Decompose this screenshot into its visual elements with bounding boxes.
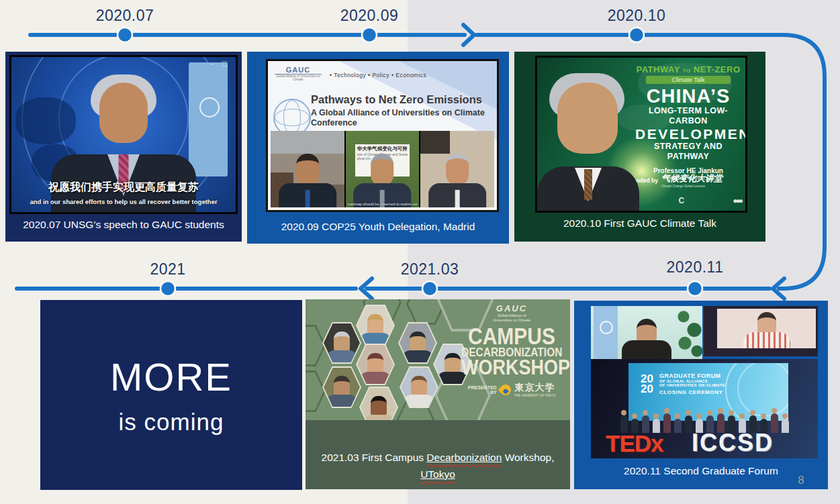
campus-poster: GAUC Global Alliance of Universities on … xyxy=(306,299,570,420)
speaker-thumbnail-2: 华大学气候变化与可持 tute of Climate Change and Su… xyxy=(346,131,420,207)
speaker-thumbnail-unfccc xyxy=(591,306,702,359)
map-blotch xyxy=(15,97,76,144)
speaker-tie xyxy=(305,190,310,207)
workshop-text-column: GAUC Global Alliance of Universities on … xyxy=(461,303,562,397)
speaker-face xyxy=(99,83,148,143)
kicker-to: TO xyxy=(683,68,691,74)
hexagon-outline xyxy=(306,370,326,412)
card-cop25: GAUC Global Alliance of Universities on … xyxy=(247,52,509,244)
workshop-title1: CAMPUS xyxy=(461,324,562,348)
participant-photo-hex xyxy=(322,322,361,364)
presented-label: PRESENTED xyxy=(468,385,497,390)
speaker-figure xyxy=(420,154,494,207)
workshop-title3: WORKSHOP xyxy=(461,357,562,379)
circles-logo-icon: ●●● xyxy=(733,196,741,205)
timeline-dot-2020-10 xyxy=(629,28,644,42)
poster-text-column: PATHWAY TO NET-ZERO Climate Talk CHINA’S… xyxy=(635,64,741,181)
participant-photo-hex xyxy=(359,387,398,420)
gauc-logo-sub2: Universities on Climate xyxy=(461,318,562,323)
speaker-figure xyxy=(271,154,344,207)
speaker-head xyxy=(446,154,469,185)
speaker-shirt xyxy=(455,190,460,207)
un-flag xyxy=(594,306,618,359)
speaker-thumbnail-1 xyxy=(271,131,344,207)
window-controls-icon[interactable]: – ▢ xyxy=(210,60,230,67)
tedx-sign: TEDx xyxy=(606,430,663,457)
poster-line3: STRATEGY AND PATHWAY xyxy=(635,142,741,162)
professor-tie xyxy=(584,169,592,200)
speaker-figure xyxy=(346,154,420,207)
topic-tags: • Technology • Policy • Economics xyxy=(330,72,426,79)
caption-campus-decarbonization: Decarbonization xyxy=(426,452,502,463)
kicker-line: PATHWAY TO NET-ZERO xyxy=(635,64,741,74)
stage-photo: 20 20 GRADUATE FORUM OF GLOBAL ALLIANCE … xyxy=(591,359,818,458)
forum-title-line4: CLOSING CEREMONY xyxy=(659,389,725,395)
timeline-dot-2020-07 xyxy=(118,28,132,42)
participant-photo-hex xyxy=(322,366,361,408)
gauc-logo-text: GAUC xyxy=(275,66,322,74)
utokyo-name: 東京大学 xyxy=(514,382,556,394)
video-thumbnails: 华大学气候变化与可持 tute of Climate Change and Su… xyxy=(271,131,494,207)
cobrand-calligraphy-logo: 气候变化大讲堂 xyxy=(661,172,722,185)
caption-campus-part2: Workshop, xyxy=(502,452,554,463)
caption-cop25: 2020.09 COP25 Youth Delegation, Madrid xyxy=(247,221,509,233)
more-title: MORE xyxy=(110,354,232,399)
card-campus-workshop: GAUC Global Alliance of Universities on … xyxy=(306,299,570,489)
forum-title-line1: GRADUATE FORUM xyxy=(659,372,725,379)
climate-talk-pill: Climate Talk xyxy=(646,76,731,84)
timeline-label-2021-03: 2021.03 xyxy=(383,260,477,279)
forum-titles: GRADUATE FORUM OF GLOBAL ALLIANCE OF UNI… xyxy=(659,372,725,395)
utokyo-ginkgo-icon xyxy=(498,382,513,397)
gauc-logo: GAUC Global Alliance of Universities on … xyxy=(275,66,322,81)
timeline-dot-2021 xyxy=(160,281,175,296)
speaker-thumbnail-student xyxy=(704,306,818,356)
subtitle-chinese: 祝愿我们携手实现更高质量复苏 xyxy=(11,181,236,195)
page-number: 8 xyxy=(792,474,810,487)
gauc-logo-sub1: Global Alliance of xyxy=(461,313,562,318)
projection-screen xyxy=(717,309,816,348)
forum-year: 20 20 xyxy=(641,374,653,394)
timeline-dot-2020-11 xyxy=(688,281,702,296)
kicker-pathway: PATHWAY xyxy=(636,64,680,74)
timeline-label-2020-11: 2020.11 xyxy=(648,258,742,276)
timeline-dot-2021-03 xyxy=(422,281,437,296)
speaker-head xyxy=(371,154,393,186)
timeline-label-2021: 2021 xyxy=(121,260,215,279)
cop25-poster: GAUC Global Alliance of Universities on … xyxy=(266,59,499,212)
cobrand-sub: Climate Change Global Lectures xyxy=(661,185,722,188)
climate-talk-poster: PATHWAY TO NET-ZERO Climate Talk CHINA’S… xyxy=(535,56,747,213)
timeline-label-2020-09: 2020.09 xyxy=(322,7,416,25)
speaker-head xyxy=(296,154,319,187)
presented-by-row: PRESENTED BY 東京大学 THE UNIVERSITY OF TOKY… xyxy=(461,382,562,397)
card-graduate-forum: 20 20 GRADUATE FORUM OF GLOBAL ALLIANCE … xyxy=(574,301,828,489)
poster-line2: DEVELOPMENT xyxy=(635,126,741,142)
timeline-label-2020-07: 2020.07 xyxy=(78,7,172,25)
professor-photo xyxy=(537,73,638,211)
conference-title: Pathways to Net Zero Emissions xyxy=(311,93,482,106)
subtitle-english: and in our shared efforts to help us all… xyxy=(11,198,236,205)
kicker-netzero: NET-ZERO xyxy=(694,64,741,74)
poster-title: CHINA’S xyxy=(635,86,741,106)
plant-decoration xyxy=(675,306,702,359)
un-flag xyxy=(189,62,228,177)
speaker-figure xyxy=(616,319,677,359)
card-climate-talk: PATHWAY TO NET-ZERO Climate Talk CHINA’S… xyxy=(514,52,765,242)
caption-campus-utokyo: UTokyo xyxy=(420,468,455,480)
speaker-torso xyxy=(622,340,671,359)
gauc-logo: GAUC xyxy=(461,303,562,313)
professor-face xyxy=(557,83,618,154)
unsg-video-frame: – ▢ 祝愿我们携手实现更高质量复苏 and in our shared eff… xyxy=(9,55,238,214)
participant-photo-hex xyxy=(356,344,395,385)
conference-subtitle: A Global Alliance of Universities on Cli… xyxy=(311,108,487,128)
poster-line1: LONG-TERM LOW-CARBON xyxy=(635,106,741,126)
timeline-label-2020-10: 2020.10 xyxy=(590,7,684,25)
partner-logo-icon: C xyxy=(678,196,684,205)
caption-graduate-forum: 2020.11 Second Graduate Forum xyxy=(574,465,828,477)
video-subtitle: roadmap should be observed to realize ne… xyxy=(346,202,420,206)
hexagon-outline xyxy=(306,325,326,366)
speaker-shirt xyxy=(743,332,790,348)
card-unsg-speech: – ▢ 祝愿我们携手实现更高质量复苏 and in our shared eff… xyxy=(5,52,242,242)
caption-unsg: 2020.07 UNSG’s speech to GAUC students xyxy=(5,219,242,231)
iccsd-sign: ICCSD xyxy=(692,429,774,457)
timeline-dot-2020-09 xyxy=(362,28,377,42)
